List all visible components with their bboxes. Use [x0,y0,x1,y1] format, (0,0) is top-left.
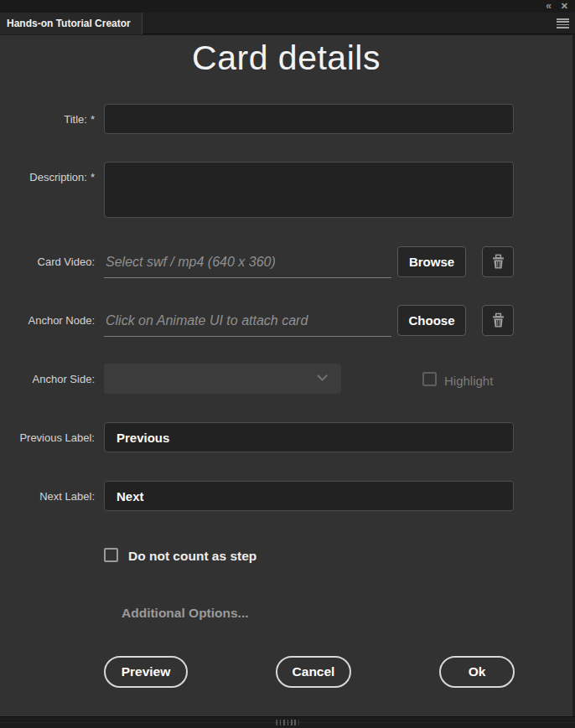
panel-tabbar: Hands-on Tutorial Creator [0,13,575,34]
next-label-field-label: Next Label: [0,490,95,503]
highlight-checkbox[interactable] [422,372,437,386]
required-asterisk: * [91,171,95,183]
cancel-button[interactable]: Cancel [276,656,351,688]
do-not-count-checkbox[interactable] [104,548,118,562]
panel-menu-button[interactable] [554,17,571,30]
card-video-input[interactable] [104,246,391,278]
page-title: Card details [0,39,572,78]
hands-on-tutorial-creator-panel: « ✕ Hands-on Tutorial Creator Card detai… [0,0,575,728]
trash-icon [490,254,506,270]
anchor-node-input[interactable] [104,305,391,337]
next-label-input[interactable] [104,481,514,511]
preview-button[interactable]: Preview [104,656,188,688]
highlight-checkbox-label: Highlight [444,374,493,388]
card-details-form: Card details Title:* Description:* Card … [0,35,575,716]
close-panel-icon[interactable]: ✕ [561,0,568,13]
tab-hands-on-tutorial-creator[interactable]: Hands-on Tutorial Creator [0,13,142,34]
previous-label-input[interactable] [104,422,514,452]
chevron-down-icon [317,374,328,382]
required-asterisk: * [91,113,95,126]
choose-button[interactable]: Choose [397,305,466,336]
ok-button[interactable]: Ok [439,656,515,688]
anchor-side-field-label: Anchor Side: [0,373,95,385]
description-field-label: Description:* [0,171,95,183]
panel-titlebar: « ✕ [0,0,575,13]
collapse-panel-icon[interactable]: « [546,0,551,13]
anchor-node-delete-button[interactable] [482,305,514,336]
do-not-count-checkbox-label: Do not count as step [128,549,256,564]
title-field-label: Title:* [0,113,95,126]
card-video-delete-button[interactable] [482,246,514,277]
title-input[interactable] [104,104,514,134]
previous-label-field-label: Previous Label: [0,431,95,444]
additional-options-link[interactable]: Additional Options... [122,606,249,621]
resize-grip-icon [277,720,299,725]
anchor-node-field-label: Anchor Node: [0,314,95,327]
tab-title: Hands-on Tutorial Creator [7,18,131,29]
anchor-side-select[interactable] [104,364,341,394]
card-video-field-label: Card Video: [0,256,95,268]
hamburger-menu-icon [557,18,569,28]
panel-resize-bar[interactable] [0,716,575,728]
browse-button[interactable]: Browse [397,246,466,277]
trash-icon [490,312,506,328]
description-input[interactable] [104,162,514,218]
